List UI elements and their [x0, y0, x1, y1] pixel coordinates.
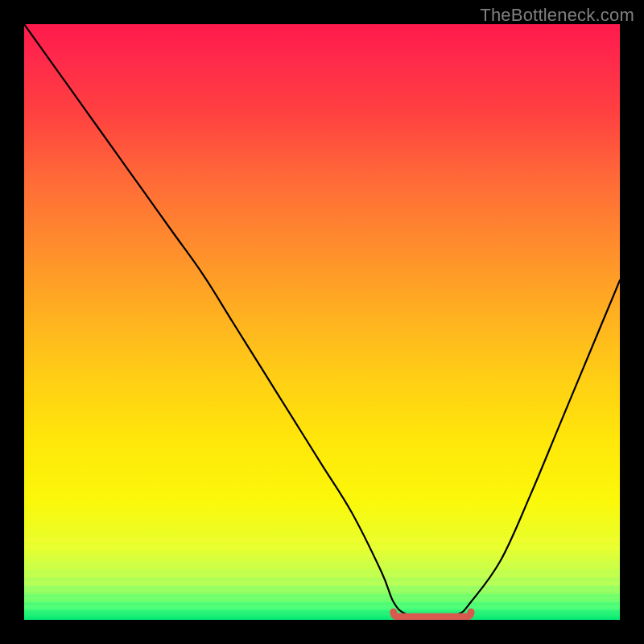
chart-frame: TheBottleneck.com	[0, 0, 644, 644]
plot-area	[24, 24, 620, 620]
bottleneck-curve-path	[24, 24, 620, 617]
curve-svg	[24, 24, 620, 620]
watermark-text: TheBottleneck.com	[480, 5, 634, 26]
